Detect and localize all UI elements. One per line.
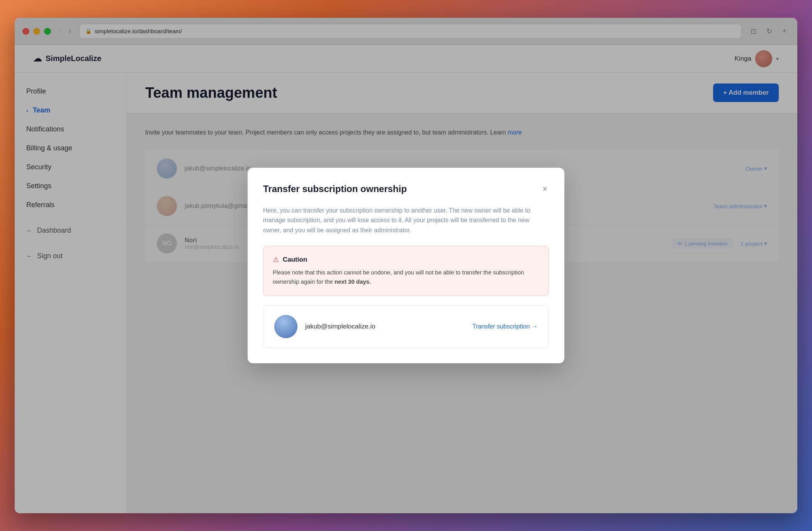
modal-description: Here, you can transfer your subscription… (263, 206, 549, 235)
transfer-subscription-modal: Transfer subscription ownership × Here, … (248, 168, 564, 364)
transfer-user-avatar (274, 315, 297, 338)
transfer-user-email: jakub@simplelocalize.io (305, 323, 465, 330)
modal-overlay[interactable]: Transfer subscription ownership × Here, … (127, 73, 797, 513)
modal-close-button[interactable]: × (541, 183, 549, 195)
app-container: ☁ SimpleLocalize Kinga ▾ Profile (15, 45, 797, 513)
caution-header: ⚠ Caution (273, 255, 539, 264)
warning-icon: ⚠ (273, 255, 279, 264)
transfer-user-card: jakub@simplelocalize.io Transfer subscri… (263, 305, 549, 348)
caution-title: Caution (283, 256, 307, 264)
main-content: Team management + Add member Invite your… (127, 73, 797, 513)
caution-text: Please note that this action cannot be u… (273, 268, 539, 286)
browser-window: ‹ › 🔒 simplelocalize.io/dashboard/team/ … (15, 18, 797, 513)
caution-box: ⚠ Caution Please note that this action c… (263, 246, 549, 296)
transfer-subscription-button[interactable]: Transfer subscription → (472, 323, 538, 330)
modal-header: Transfer subscription ownership × (263, 183, 549, 195)
modal-title: Transfer subscription ownership (263, 184, 407, 194)
app-body: Profile › Team Notifications Billing & u… (15, 73, 797, 513)
